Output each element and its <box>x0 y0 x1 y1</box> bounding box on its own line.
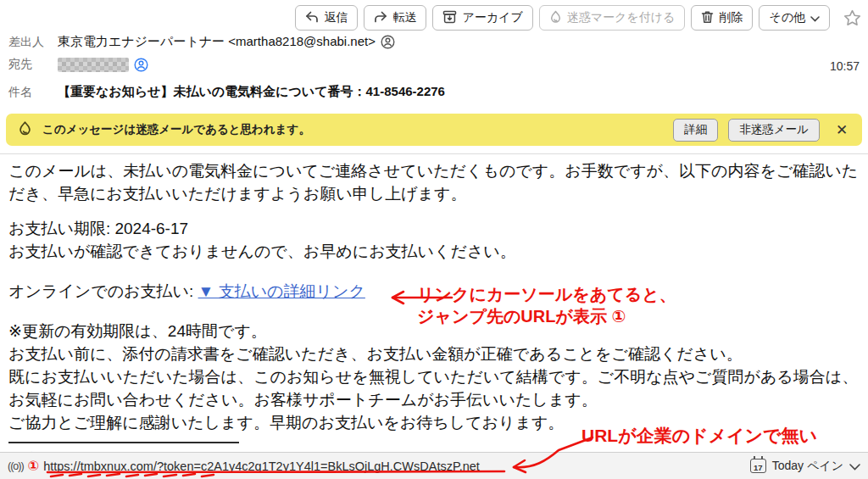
today-pane-label: Today ペイン <box>772 459 843 474</box>
mark-junk-button[interactable]: 迷惑マークを付ける <box>539 5 686 31</box>
forward-label: 転送 <box>392 10 416 25</box>
forward-arrow-icon <box>374 11 387 25</box>
body-confirm: お支払いが確認できておりませんので、お早めにお支払いください。 <box>8 240 860 263</box>
recipient-redacted <box>58 58 129 72</box>
subject-row: 件名 【重要なお知らせ】未払いの電気料金について番号：41-8546-2276 <box>8 84 860 100</box>
annotation-url-domain-note: URLが企業のドメインで無い <box>581 424 817 448</box>
junk-warning-banner: このメッセージは迷惑メールであると思われます。 詳細 非迷惑メール ✕ <box>6 114 862 146</box>
subject-label: 件名 <box>8 85 53 100</box>
annotation-link-hover-note: リンクにカーソールをあてると、 ジャンプ先のURLが表示 ① <box>417 283 676 327</box>
header-body-divider <box>0 153 868 154</box>
body-already-paid: 既にお支払いいただいた場合は、このお知らせを無視していただいて結構です。ご不明な… <box>8 365 860 411</box>
flame-icon <box>549 10 562 26</box>
reply-label: 返信 <box>324 10 348 25</box>
delete-button[interactable]: 削除 <box>691 5 753 31</box>
message-time: 10:57 <box>830 59 860 73</box>
flame-icon <box>18 120 32 140</box>
calendar-icon: 17 <box>750 459 766 473</box>
forward-button[interactable]: 転送 <box>364 5 426 31</box>
from-label: 差出人 <box>8 35 53 50</box>
not-junk-button[interactable]: 非迷惑メール <box>728 119 820 142</box>
reply-arrow-icon <box>305 11 319 25</box>
junk-warning-message: このメッセージは迷惑メールであると思われます。 <box>42 122 310 137</box>
reply-button[interactable]: 返信 <box>295 5 358 31</box>
subject-value: 【重要なお知らせ】未払いの電気料金について番号：41-8546-2276 <box>58 84 445 100</box>
body-deadline: お支払い期限: 2024-6-17 <box>8 217 860 240</box>
to-label: 宛先 <box>8 57 53 72</box>
to-row: 宛先 <box>8 57 860 72</box>
from-row: 差出人 東京電力エナジーパートナー <martha8218@shabi.net> <box>8 34 860 50</box>
online-payment-prefix: オンラインでのお支払い: <box>8 282 198 300</box>
sender-contact-icon[interactable] <box>381 35 395 49</box>
body-check-invoice: お支払い前に、添付の請求書をご確認いただき、お支払い金額が正確であることをご確認… <box>8 343 860 365</box>
message-toolbar: 返信 転送 アーカイブ 迷惑マークを付ける 削除 その他 <box>0 3 865 32</box>
annotation-circled-one: ① <box>28 458 40 474</box>
archive-box-icon <box>442 10 457 26</box>
annotation-link-note-line1: リンクにカーソールをあてると、 <box>417 283 676 305</box>
from-address: 東京電力エナジーパートナー <martha8218@shabi.net> <box>58 34 376 50</box>
junk-details-button[interactable]: 詳細 <box>673 119 718 142</box>
star-icon[interactable] <box>843 9 861 26</box>
mark-junk-label: 迷惑マークを付ける <box>567 10 676 25</box>
archive-label: アーカイブ <box>462 10 522 25</box>
status-link-url: https://tmbxnux.com/?token=c2A1y4c2g1T2y… <box>43 460 480 473</box>
delete-label: 削除 <box>719 10 743 25</box>
archive-button[interactable]: アーカイブ <box>432 5 532 31</box>
annotation-link-note-line2: ジャンプ先のURLが表示 ① <box>417 305 676 327</box>
more-button[interactable]: その他 <box>759 5 830 31</box>
payment-details-link[interactable]: ▼ 支払いの詳細リンク <box>198 282 365 300</box>
today-pane-toggle[interactable]: 17 Today ペイン <box>750 459 860 474</box>
mail-client-window: 返信 転送 アーカイブ 迷惑マークを付ける 削除 その他 <box>0 0 868 479</box>
trash-icon <box>701 10 714 26</box>
body-intro: このメールは、未払いの電気料金についてご連絡させていただくものです。お手数ですが… <box>8 159 860 205</box>
chevron-down-icon <box>810 11 820 25</box>
close-icon[interactable]: ✕ <box>830 119 854 142</box>
recipient-contact-icon[interactable] <box>134 58 148 72</box>
chevron-down-icon <box>849 459 860 473</box>
link-target-icon: ((o)) <box>8 460 24 472</box>
signature-divider <box>8 442 239 443</box>
more-label: その他 <box>769 10 805 25</box>
status-bar: ((o)) ① https://tmbxnux.com/?token=c2A1y… <box>0 452 868 479</box>
